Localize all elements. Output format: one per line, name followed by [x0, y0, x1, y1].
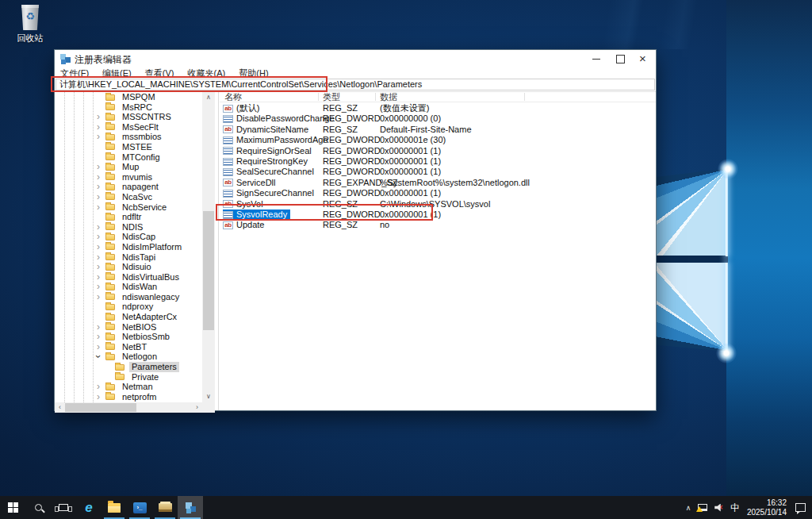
- value-row[interactable]: ab ServiceDll REG_EXPAND_SZ %SystemRoot%…: [220, 178, 656, 188]
- expand-chevron-icon[interactable]: [94, 282, 102, 292]
- tree-item-label[interactable]: ndfltr: [120, 212, 144, 222]
- menu-file[interactable]: 文件(F): [55, 67, 94, 79]
- title-bar[interactable]: 注册表编辑器: [55, 50, 656, 67]
- menu-edit[interactable]: 编辑(E): [97, 67, 137, 79]
- value-row[interactable]: MaximumPasswordAge REG_DWORD 0x0000001e …: [220, 135, 656, 145]
- tree-item[interactable]: NetBT: [55, 342, 202, 352]
- tree-item-label[interactable]: netprofm: [120, 392, 159, 402]
- value-row[interactable]: RequireStrongKey REG_DWORD 0x00000001 (1…: [220, 156, 656, 167]
- scrollbar-thumb[interactable]: [203, 211, 214, 330]
- value-name-cell[interactable]: DisablePasswordChange: [223, 113, 338, 124]
- action-center-icon[interactable]: [795, 503, 806, 512]
- expand-chevron-icon[interactable]: [94, 202, 102, 213]
- expand-chevron-icon[interactable]: [94, 332, 102, 342]
- tree-item[interactable]: NetbiosSmb: [55, 332, 202, 342]
- expand-chevron-icon[interactable]: [94, 162, 102, 172]
- start-button[interactable]: [0, 496, 25, 519]
- value-row[interactable]: SignSecureChannel REG_DWORD 0x00000001 (…: [220, 188, 656, 198]
- tree-item[interactable]: mvumis: [55, 172, 202, 183]
- tree-vertical-scrollbar[interactable]: [202, 92, 215, 402]
- close-button[interactable]: [632, 50, 656, 67]
- tree-item[interactable]: NcaSvc: [55, 192, 202, 202]
- tree-item-label[interactable]: NetBIOS: [120, 322, 159, 333]
- tree-item[interactable]: NdisVirtualBus: [55, 272, 202, 283]
- value-name-cell[interactable]: SignSecureChannel: [223, 188, 317, 198]
- tree-item[interactable]: NDIS: [55, 222, 202, 233]
- tree-item-label[interactable]: MsRPC: [120, 102, 155, 113]
- tree-item-label[interactable]: mssmbios: [120, 132, 164, 142]
- column-separator[interactable]: [318, 93, 319, 101]
- tree-item[interactable]: ndiswanlegacy: [55, 292, 202, 302]
- menu-view[interactable]: 查看(V): [140, 67, 180, 79]
- value-row[interactable]: SysvolReady REG_DWORD 0x00000001 (1): [220, 210, 656, 220]
- tree-item[interactable]: NcbService: [55, 202, 202, 213]
- value-row[interactable]: ab (默认) REG_SZ (数值未设置): [220, 103, 656, 113]
- tree-item[interactable]: NdisWan: [55, 282, 202, 292]
- scroll-up-arrow-icon[interactable]: [202, 92, 215, 103]
- tree-item-label[interactable]: NdisWan: [120, 282, 159, 292]
- tree-item-label[interactable]: mvumis: [120, 172, 155, 183]
- value-name-cell[interactable]: ab ServiceDll: [223, 178, 279, 188]
- tree-item-label[interactable]: NdisImPlatform: [120, 242, 184, 252]
- scroll-left-arrow-icon[interactable]: [55, 402, 65, 413]
- expand-chevron-icon[interactable]: [94, 262, 102, 272]
- value-row[interactable]: ab DynamicSiteName REG_SZ Default-First-…: [220, 125, 656, 135]
- tree-item-label[interactable]: NcaSvc: [120, 192, 155, 202]
- tree-item[interactable]: MSTEE: [55, 142, 202, 152]
- value-name-cell[interactable]: RequireStrongKey: [223, 156, 311, 167]
- tree-item[interactable]: MSSCNTRS: [55, 112, 202, 122]
- tree-item[interactable]: ndproxy: [55, 302, 202, 312]
- column-header-type[interactable]: 类型: [323, 92, 340, 102]
- expand-chevron-icon[interactable]: [94, 242, 102, 252]
- registry-editor-taskbar-button[interactable]: [178, 496, 203, 519]
- tree-item-label[interactable]: MSTEE: [120, 142, 155, 152]
- tree-item-label[interactable]: NdisCap: [120, 232, 158, 242]
- taskbar-clock[interactable]: 16:32 2025/10/14: [747, 498, 787, 517]
- expand-chevron-icon[interactable]: [94, 352, 102, 362]
- expand-chevron-icon[interactable]: [94, 342, 102, 352]
- scrollbar-thumb[interactable]: [65, 403, 136, 412]
- value-name-cell[interactable]: SealSecureChannel: [223, 167, 317, 177]
- volume-muted-indicator[interactable]: ✕: [714, 504, 723, 512]
- file-explorer-button[interactable]: [102, 496, 127, 519]
- value-name-cell[interactable]: SysvolReady: [223, 210, 290, 220]
- server-manager-button[interactable]: [152, 496, 178, 519]
- tree-item-label[interactable]: NetBT: [120, 342, 149, 352]
- value-name-cell[interactable]: ab SysVol: [223, 199, 266, 210]
- internet-explorer-button[interactable]: e: [76, 496, 102, 519]
- expand-chevron-icon[interactable]: [94, 112, 102, 122]
- tree-item[interactable]: Netman: [55, 382, 202, 392]
- tree-item[interactable]: Ndisuio: [55, 262, 202, 272]
- network-warning-icon[interactable]: [698, 504, 707, 511]
- tree-item-label[interactable]: NdisTapi: [120, 252, 158, 263]
- column-header-name[interactable]: 名称: [224, 92, 242, 102]
- expand-chevron-icon[interactable]: [94, 382, 102, 392]
- value-row[interactable]: SealSecureChannel REG_DWORD 0x00000001 (…: [220, 167, 656, 177]
- tree-item-label[interactable]: ndiswanlegacy: [120, 292, 182, 302]
- expand-chevron-icon[interactable]: [94, 292, 102, 302]
- value-name-cell[interactable]: ab DynamicSiteName: [223, 125, 312, 135]
- tree-item-label[interactable]: NetbiosSmb: [120, 332, 172, 342]
- column-separator[interactable]: [375, 93, 376, 101]
- value-name-cell[interactable]: ab Update: [223, 220, 267, 230]
- pane-divider[interactable]: [218, 92, 219, 410]
- tree-item-label[interactable]: Netman: [120, 382, 155, 392]
- tree-item[interactable]: ndfltr: [55, 212, 202, 222]
- column-separator[interactable]: [524, 93, 525, 101]
- tree-item-label[interactable]: NDIS: [120, 222, 145, 233]
- tree-item-label[interactable]: Ndisuio: [120, 262, 154, 272]
- registry-key-tree[interactable]: MSPQM MsRPC MSSCNTRS MsSecFlt mssmbios M…: [55, 92, 202, 402]
- tree-item[interactable]: MsSecFlt: [55, 122, 202, 133]
- tree-item[interactable]: NdisCap: [55, 232, 202, 242]
- recycle-bin-shortcut[interactable]: 回收站: [8, 5, 52, 44]
- value-row[interactable]: DisablePasswordChange REG_DWORD 0x000000…: [220, 113, 656, 124]
- value-name-cell[interactable]: RequireSignOrSeal: [223, 146, 315, 156]
- tree-item[interactable]: MsRPC: [55, 102, 202, 113]
- tree-item[interactable]: mssmbios: [55, 132, 202, 142]
- search-button[interactable]: [25, 496, 51, 519]
- tree-item[interactable]: Mup: [55, 162, 202, 172]
- value-row[interactable]: ab Update REG_SZ no: [220, 220, 656, 230]
- expand-chevron-icon[interactable]: [94, 392, 102, 402]
- tree-item[interactable]: Parameters: [55, 362, 202, 372]
- minimize-button[interactable]: [584, 50, 608, 67]
